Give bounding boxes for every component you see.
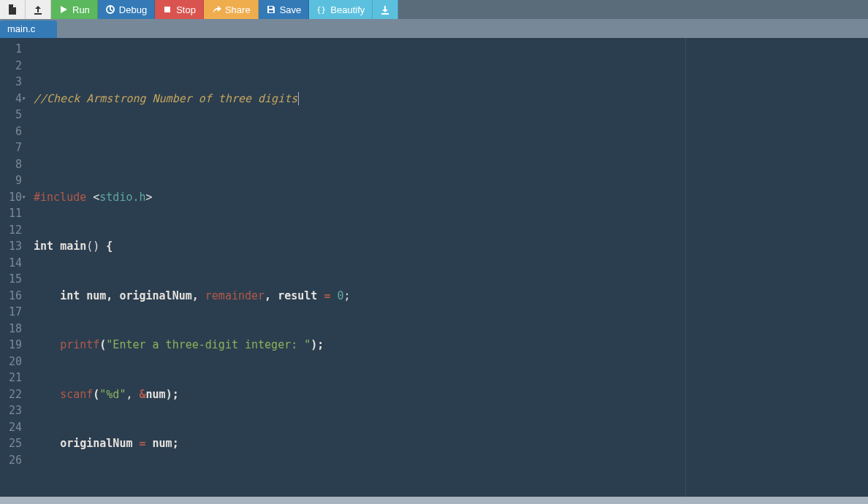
- print-margin: [685, 38, 686, 497]
- upload-button[interactable]: [26, 0, 51, 19]
- stop-label: Stop: [176, 4, 196, 15]
- line-number: 5: [0, 107, 22, 123]
- svg-rect-1: [164, 7, 170, 12]
- line-number: 17: [0, 304, 22, 321]
- code-text: //Check Armstrong Number of three digits: [34, 92, 297, 105]
- svg-rect-3: [269, 10, 273, 12]
- line-number: 4: [0, 91, 22, 107]
- line-number: 9: [0, 172, 22, 189]
- run-button[interactable]: Run: [51, 0, 98, 19]
- stop-icon: [162, 4, 172, 15]
- line-number: 14: [0, 255, 22, 272]
- svg-text:{}: {}: [316, 5, 326, 15]
- code-area[interactable]: //Check Armstrong Number of three digits…: [28, 38, 868, 497]
- line-number: 13: [0, 238, 22, 255]
- line-number: 21: [0, 370, 22, 386]
- line-number: 15: [0, 271, 22, 288]
- line-number: 19: [0, 337, 22, 354]
- tab-main-c[interactable]: main.c: [0, 20, 57, 38]
- debug-label: Debug: [119, 4, 147, 15]
- line-number: 8: [0, 156, 22, 173]
- beautify-button[interactable]: {} Beautify: [309, 0, 373, 19]
- save-icon: [266, 4, 276, 15]
- line-number: 16: [0, 288, 22, 305]
- debug-icon: [105, 4, 115, 15]
- line-number: 12: [0, 222, 22, 239]
- new-file-icon: [7, 4, 18, 15]
- svg-rect-2: [269, 7, 273, 9]
- debug-button[interactable]: Debug: [98, 0, 155, 19]
- toolbar: Run Debug Stop Share Save {} Beautify: [0, 0, 868, 19]
- download-button[interactable]: [373, 0, 398, 19]
- run-label: Run: [72, 4, 90, 15]
- line-number: 18: [0, 321, 22, 337]
- beautify-label: Beautify: [330, 4, 365, 15]
- save-button[interactable]: Save: [259, 0, 310, 19]
- play-icon: [58, 4, 69, 15]
- line-number: 11: [0, 205, 22, 222]
- text-cursor: [298, 92, 299, 105]
- share-label: Share: [225, 4, 251, 15]
- download-icon: [380, 4, 390, 15]
- code-editor[interactable]: 1234567891011121314151617181920212223242…: [0, 38, 868, 497]
- line-number: 26: [0, 452, 22, 469]
- line-number: 10: [0, 189, 22, 206]
- line-number: 22: [0, 386, 22, 403]
- new-file-button[interactable]: [0, 0, 26, 19]
- line-number: 7: [0, 140, 22, 156]
- line-number: 25: [0, 435, 22, 452]
- beautify-icon: {}: [316, 4, 327, 15]
- line-number: 6: [0, 123, 22, 140]
- save-label: Save: [280, 4, 302, 15]
- stop-button[interactable]: Stop: [155, 0, 204, 19]
- share-icon: [211, 4, 221, 15]
- line-number: 20: [0, 354, 22, 370]
- share-button[interactable]: Share: [204, 0, 259, 19]
- line-number: 3: [0, 74, 22, 91]
- line-number: 24: [0, 419, 22, 436]
- line-number: 2: [0, 58, 22, 75]
- upload-icon: [33, 4, 43, 15]
- tab-bar: main.c: [0, 19, 868, 38]
- line-number: 1: [0, 41, 22, 58]
- line-number-gutter: 1234567891011121314151617181920212223242…: [0, 38, 28, 497]
- status-bar: [0, 497, 868, 504]
- line-number: 23: [0, 402, 22, 419]
- tab-label: main.c: [7, 23, 35, 34]
